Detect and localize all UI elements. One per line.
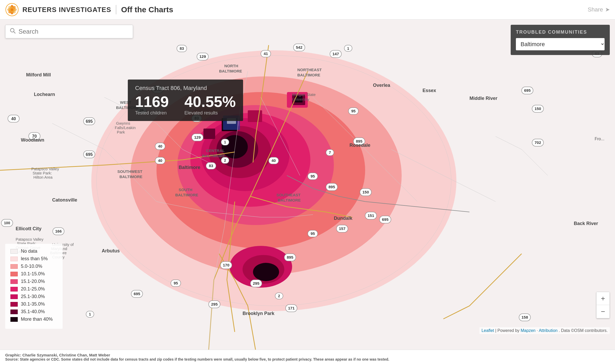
svg-text:Lochearn: Lochearn bbox=[34, 92, 55, 97]
svg-text:Dundalk: Dundalk bbox=[334, 216, 353, 221]
legend-label-10-15: 10.1-15.0% bbox=[21, 271, 45, 277]
svg-text:40: 40 bbox=[272, 158, 276, 163]
svg-text:Rosedale: Rosedale bbox=[349, 143, 370, 148]
legend-item-15-20: 15.1-20.0% bbox=[10, 279, 57, 284]
app-title: Off the Charts bbox=[121, 5, 173, 14]
svg-text:695: 695 bbox=[134, 292, 140, 296]
svg-text:695: 695 bbox=[382, 217, 388, 222]
troubled-communities-title: TROUBLED COMMUNITIES bbox=[516, 29, 605, 35]
elevated-pct: 40.55% bbox=[184, 94, 236, 109]
footer-source-label: Source: bbox=[5, 357, 19, 361]
brand-name: REUTERS INVESTIGATES bbox=[22, 6, 111, 14]
share-button[interactable]: Share ➤ bbox=[588, 6, 610, 13]
svg-text:95: 95 bbox=[351, 109, 356, 113]
legend-swatch-10-15 bbox=[10, 272, 18, 276]
attribution-osm: . Data ©OSM contributors. bbox=[559, 328, 608, 333]
zoom-out-button[interactable]: − bbox=[596, 305, 610, 318]
svg-text:SOUTHWEST: SOUTHWEST bbox=[117, 169, 142, 174]
svg-text:40: 40 bbox=[158, 158, 162, 163]
svg-text:Baltimore: Baltimore bbox=[179, 165, 200, 170]
map-container[interactable]: 695 40 70 695 40 40 26 1 83 129 2 83 bbox=[0, 20, 615, 350]
reuters-logo-icon bbox=[5, 3, 19, 16]
svg-text:Catonsville: Catonsville bbox=[52, 197, 77, 203]
svg-text:SOUTHEAST: SOUTHEAST bbox=[276, 193, 301, 197]
logo-area: REUTERS INVESTIGATES bbox=[5, 3, 111, 16]
legend-swatch-25-30 bbox=[10, 294, 18, 299]
svg-text:Hilton Area: Hilton Area bbox=[33, 175, 53, 179]
svg-text:157: 157 bbox=[339, 226, 345, 231]
svg-text:Fro...: Fro... bbox=[595, 137, 604, 141]
svg-rect-27 bbox=[248, 110, 262, 122]
svg-text:Morgan State: Morgan State bbox=[292, 92, 316, 97]
svg-line-174 bbox=[14, 32, 16, 34]
svg-text:Woodlawn: Woodlawn bbox=[21, 137, 44, 143]
svg-text:702: 702 bbox=[534, 140, 541, 145]
svg-text:Ellicott City: Ellicott City bbox=[16, 226, 41, 231]
attribution-dot: · bbox=[537, 328, 539, 333]
legend-item-25-30: 25.1-30.0% bbox=[10, 294, 57, 299]
svg-text:Brooklyn Park: Brooklyn Park bbox=[243, 311, 275, 316]
svg-text:83: 83 bbox=[209, 163, 213, 168]
svg-text:Essex: Essex bbox=[423, 88, 436, 93]
legend-item-30-35: 30.1-35.0% bbox=[10, 301, 57, 307]
tooltip-elevated: 40.55% Elevated results bbox=[184, 94, 236, 116]
mapzen-link[interactable]: Mapzen bbox=[521, 328, 535, 333]
map-attribution: Leaflet | Powered by Mapzen · Attributio… bbox=[479, 327, 610, 334]
svg-text:542: 542 bbox=[296, 45, 302, 50]
svg-text:171: 171 bbox=[288, 306, 294, 310]
svg-point-5 bbox=[11, 8, 13, 11]
svg-text:166: 166 bbox=[55, 229, 62, 233]
svg-text:895: 895 bbox=[328, 185, 335, 189]
legend-item-10-15: 10.1-15.0% bbox=[10, 271, 57, 277]
share-label: Share bbox=[588, 6, 603, 13]
footer: Graphic: Charlie Szymanski, Christine Ch… bbox=[0, 350, 615, 364]
legend-item-no-data: No data bbox=[10, 248, 57, 254]
svg-text:40: 40 bbox=[158, 144, 162, 148]
svg-text:2: 2 bbox=[224, 158, 226, 162]
svg-text:State Park:: State Park: bbox=[33, 171, 52, 175]
city-selector[interactable]: Baltimore Detroit Cleveland Chicago Phil… bbox=[516, 38, 605, 50]
svg-text:95: 95 bbox=[311, 231, 315, 236]
svg-point-21 bbox=[253, 263, 279, 281]
footer-source-value: State agencies or CDC. Some states did n… bbox=[20, 357, 389, 361]
legend-label-lt5: less than 5% bbox=[21, 256, 48, 262]
footer-graphic: Graphic: Charlie Szymanski, Christine Ch… bbox=[5, 353, 610, 357]
legend-item-40plus: More than 40% bbox=[10, 317, 57, 322]
tooltip-stats: 1169 Tested children 40.55% Elevated res… bbox=[135, 94, 236, 116]
svg-text:BALTIMORE: BALTIMORE bbox=[219, 69, 242, 73]
zoom-in-button[interactable]: + bbox=[596, 292, 610, 305]
map-legend: No data less than 5% 5.0-10.0% 10.1-15.0… bbox=[5, 244, 63, 329]
legend-label-35-40: 35.1-40.0% bbox=[21, 309, 45, 314]
svg-text:Park: Park bbox=[117, 130, 125, 134]
svg-text:150: 150 bbox=[362, 190, 369, 194]
svg-text:695: 695 bbox=[86, 152, 93, 157]
svg-text:Patapsco Valley: Patapsco Valley bbox=[16, 237, 44, 241]
tooltip-tested: 1169 Tested children bbox=[135, 94, 169, 116]
search-box bbox=[5, 25, 133, 38]
svg-text:129: 129 bbox=[199, 54, 206, 59]
elevated-label: Elevated results bbox=[184, 110, 236, 116]
legend-swatch-20-25 bbox=[10, 287, 18, 292]
svg-text:41: 41 bbox=[264, 51, 268, 56]
leaflet-link[interactable]: Leaflet bbox=[481, 328, 494, 333]
legend-swatch-35-40 bbox=[10, 310, 18, 314]
svg-text:158: 158 bbox=[521, 315, 528, 319]
svg-text:Falls/Leakin: Falls/Leakin bbox=[115, 125, 136, 130]
legend-swatch-no-data bbox=[10, 249, 18, 254]
search-input[interactable] bbox=[19, 28, 129, 35]
svg-text:BALTIMORE: BALTIMORE bbox=[278, 198, 301, 202]
svg-text:Middle River: Middle River bbox=[469, 96, 497, 101]
svg-text:1: 1 bbox=[347, 46, 349, 51]
legend-label-40plus: More than 40% bbox=[21, 317, 53, 322]
legend-label-15-20: 15.1-20.0% bbox=[21, 279, 45, 284]
svg-text:170: 170 bbox=[223, 263, 229, 267]
legend-label-20-25: 20.1-25.0% bbox=[21, 286, 45, 292]
svg-text:40: 40 bbox=[11, 117, 16, 121]
attribution-separator: | Powered by bbox=[495, 328, 521, 333]
svg-text:95: 95 bbox=[311, 174, 315, 178]
map-tooltip: Census Tract 806, Maryland 1169 Tested c… bbox=[128, 80, 243, 121]
tested-count: 1169 bbox=[135, 94, 169, 109]
footer-graphic-label: Graphic: bbox=[5, 353, 21, 357]
attribution-link[interactable]: Attribution bbox=[539, 328, 558, 333]
header-divider bbox=[116, 5, 116, 14]
